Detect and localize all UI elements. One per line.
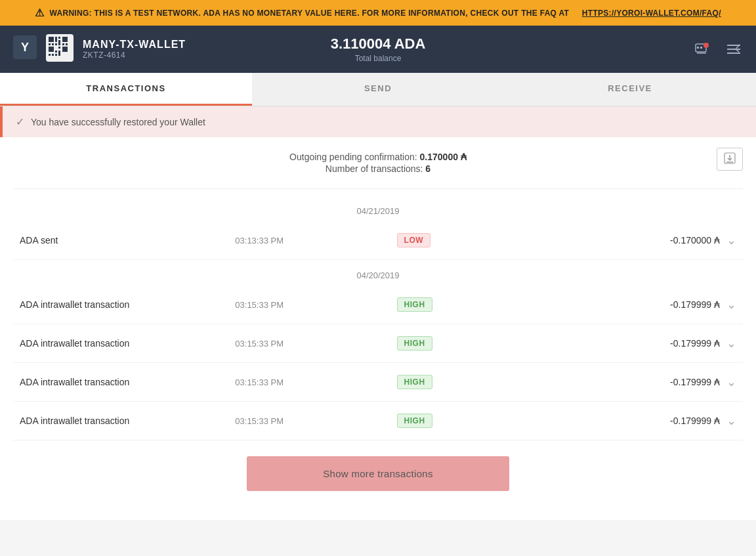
confidence-level: HIGH [397,336,432,351]
svg-rect-19 [52,54,54,56]
table-row[interactable]: ADA sent 03:13:33 PM LOW -0.170000 ₳ ⌄ [13,221,743,260]
tx-amount-label: -0.179999 ₳ [505,416,720,426]
svg-rect-15 [55,51,57,53]
svg-rect-23 [700,47,702,49]
summary-section: Outgoing pending confirmation: 0.170000 … [13,137,743,182]
svg-rect-10 [58,40,60,45]
confidence-level: HIGH [397,297,432,312]
svg-rect-7 [49,47,54,52]
tx-confidence-badge: HIGH [397,297,505,312]
notifications-button[interactable] [693,40,711,58]
svg-rect-6 [55,37,57,42]
tx-amount-label: -0.179999 ₳ [505,338,720,349]
tab-transactions[interactable]: TRANSACTIONS [0,73,252,106]
tx-time-label: 03:15:33 PM [235,339,396,349]
tx-time-label: 03:13:33 PM [235,236,396,246]
tx-time-label: 03:15:33 PM [235,416,396,426]
tx-type-label: ADA intrawallet transaction [20,338,235,349]
balance-section: 3.110004 ADA Total balance [257,35,500,63]
svg-rect-20 [55,54,57,56]
tx-confidence-badge: HIGH [397,375,505,389]
svg-rect-5 [52,43,54,45]
table-row[interactable]: ADA intrawallet transaction 03:15:33 PM … [13,363,743,402]
success-banner: ✓ You have successfully restored your Wa… [0,106,756,137]
svg-rect-3 [49,37,54,42]
wallet-info-section: Y [13,34,257,64]
svg-rect-17 [58,51,60,56]
warning-icon: ⚠ [35,7,44,19]
main-content: Outgoing pending confirmation: 0.170000 … [0,137,756,520]
svg-text:Y: Y [21,41,29,54]
svg-rect-12 [62,43,64,45]
pending-amount: 0.170000 ₳ [420,152,467,162]
tx-time-label: 03:15:33 PM [235,300,396,310]
svg-rect-16 [58,47,60,49]
confidence-level: HIGH [397,375,432,389]
yoroi-logo-icon: Y [13,35,37,64]
date-header: 04/21/2019 [13,196,743,221]
wallet-avatar-icon [46,34,74,64]
svg-point-25 [704,43,709,48]
success-message: You have successfully restored your Wall… [31,117,205,127]
table-row[interactable]: ADA intrawallet transaction 03:15:33 PM … [13,402,743,440]
pending-label: Outgoing pending confirmation: [289,152,417,162]
check-icon: ✓ [16,116,24,128]
warning-bar: ⚠ WARNING: THIS IS A TEST NETWORK. ADA H… [0,0,756,26]
svg-rect-22 [697,47,699,49]
tx-confidence-badge: HIGH [397,414,505,428]
wallet-id: ZKTZ-4614 [83,51,186,60]
transaction-groups: 04/21/2019 ADA sent 03:13:33 PM LOW -0.1… [13,196,743,440]
table-row[interactable]: ADA intrawallet transaction 03:15:33 PM … [13,286,743,324]
expand-icon[interactable]: ⌄ [726,336,736,351]
tx-type-label: ADA intrawallet transaction [20,299,235,310]
svg-rect-4 [49,43,51,45]
tx-time-label: 03:15:33 PM [235,377,396,387]
warning-text: WARNING: THIS IS A TEST NETWORK. ADA HAS… [49,9,569,18]
svg-rect-9 [58,37,60,39]
header-actions [499,40,743,58]
expand-icon[interactable]: ⌄ [726,233,736,247]
table-row[interactable]: ADA intrawallet transaction 03:15:33 PM … [13,324,743,363]
tx-type-label: ADA intrawallet transaction [20,416,235,426]
header: Y [0,26,756,73]
svg-rect-8 [55,43,57,45]
tab-send[interactable]: SEND [252,73,504,106]
tx-count-line: Number of transactions: 6 [13,163,743,174]
wallet-name: MANY-TX-WALLET [83,39,186,51]
confidence-level: HIGH [397,414,432,428]
svg-rect-14 [62,47,68,52]
expand-icon[interactable]: ⌄ [726,414,736,428]
pending-line: Outgoing pending confirmation: 0.170000 … [13,152,743,162]
tab-receive[interactable]: RECEIVE [504,73,756,106]
tx-amount-label: -0.179999 ₳ [505,299,720,310]
show-more-button[interactable]: Show more transactions [247,456,509,491]
svg-rect-18 [49,54,51,56]
export-button[interactable] [717,148,743,171]
tx-count-label: Number of transactions: [326,163,423,174]
svg-rect-11 [62,37,68,42]
tabs: TRANSACTIONS SEND RECEIVE [0,73,756,106]
menu-button[interactable] [724,40,743,58]
balance-label: Total balance [257,54,500,63]
confidence-level: LOW [397,233,431,247]
show-more-container: Show more transactions [13,440,743,507]
warning-link[interactable]: HTTPS://YOROI-WALLET.COM/FAQ/ [582,9,721,18]
tx-confidence-badge: LOW [397,233,505,247]
tx-type-label: ADA intrawallet transaction [20,377,235,387]
expand-icon[interactable]: ⌄ [726,375,736,389]
expand-icon[interactable]: ⌄ [726,297,736,312]
balance-amount: 3.110004 ADA [257,35,500,53]
wallet-details: MANY-TX-WALLET ZKTZ-4614 [83,39,186,60]
tx-count: 6 [425,163,430,174]
tx-confidence-badge: HIGH [397,336,505,351]
summary-divider [13,188,743,189]
tx-amount-label: -0.179999 ₳ [505,377,720,387]
date-header: 04/20/2019 [13,260,743,286]
svg-rect-13 [66,43,68,45]
tx-amount-label: -0.170000 ₳ [505,235,720,246]
tx-type-label: ADA sent [20,235,235,246]
